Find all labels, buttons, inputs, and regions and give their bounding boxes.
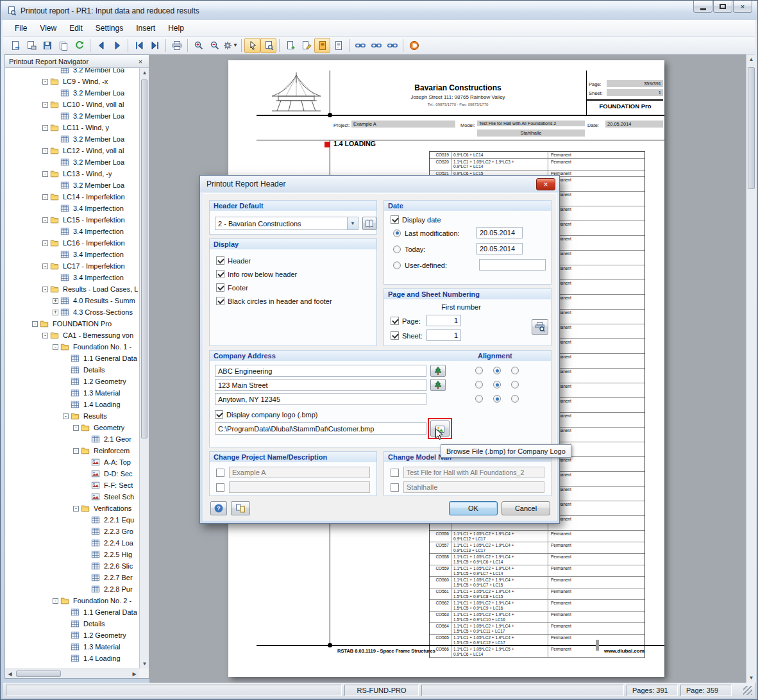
first-page-icon[interactable] xyxy=(131,38,147,53)
refresh-icon[interactable] xyxy=(71,38,87,53)
tree-item[interactable]: -LC17 - Imperfektion xyxy=(5,260,139,272)
company-street-field[interactable]: 123 Main Street xyxy=(215,379,426,391)
change-project-checkbox[interactable] xyxy=(216,468,224,478)
company-city-field[interactable]: Anytown, NY 12345 xyxy=(215,393,426,405)
tree-item[interactable]: 3.4 Imperfection xyxy=(5,226,139,237)
tree-item[interactable]: -LC15 - Imperfektion xyxy=(5,214,139,226)
resize-grip[interactable] xyxy=(743,686,752,695)
scroll-thumb[interactable] xyxy=(16,671,61,677)
collapse-icon[interactable]: - xyxy=(42,148,48,154)
menu-view[interactable]: View xyxy=(33,21,63,35)
tree-item[interactable]: 1.2 Geometry xyxy=(5,629,139,641)
save-report-icon[interactable] xyxy=(39,38,55,53)
display-logo-checkbox[interactable]: Display company logo (.bmp) xyxy=(215,410,317,419)
zoom-out-icon[interactable] xyxy=(206,38,223,53)
copy-report-icon[interactable] xyxy=(55,38,71,53)
checkbox-icon[interactable] xyxy=(216,270,224,278)
page-number-checkbox[interactable]: Page: xyxy=(391,316,421,326)
help-button[interactable]: ? xyxy=(210,501,227,515)
header-checkbox[interactable]: Header xyxy=(216,256,251,265)
align-left-radio[interactable] xyxy=(475,395,483,403)
minimize-button[interactable] xyxy=(693,1,712,13)
align-center-radio[interactable] xyxy=(493,395,501,403)
info-row-checkbox[interactable]: Info row below header xyxy=(216,269,297,279)
tree-item[interactable]: 2.2.7 Ber xyxy=(5,572,139,583)
last-modification-radio[interactable]: Last modification: xyxy=(393,228,460,238)
user-defined-date-field[interactable] xyxy=(479,259,546,271)
blank-page-icon[interactable] xyxy=(330,38,346,53)
today-radio[interactable]: Today: xyxy=(393,244,425,254)
menu-file[interactable]: File xyxy=(8,21,33,35)
today-date-field[interactable]: 20.05.2014 xyxy=(476,243,523,254)
find-in-page-icon[interactable] xyxy=(260,38,276,53)
tree-item[interactable]: +4.0 Results - Summ xyxy=(5,295,139,306)
tree-item[interactable]: -LC13 - Wind, -y xyxy=(5,168,139,179)
cancel-button[interactable]: Cancel xyxy=(501,501,550,515)
dlubal-help-icon[interactable] xyxy=(406,38,422,53)
tree-item[interactable]: -Foundation No. 2 - xyxy=(5,595,139,606)
chevron-down-icon[interactable]: ▼ xyxy=(347,217,358,229)
tree-item[interactable]: +4.3 Cross-Sections xyxy=(5,306,139,318)
tree-item[interactable]: 3.4 Imperfection xyxy=(5,249,139,260)
tree-item[interactable]: 1.3 Material xyxy=(5,641,139,653)
maximize-button[interactable] xyxy=(713,1,732,13)
tree-item[interactable]: A-A: Top xyxy=(5,456,139,468)
numbering-details-button[interactable] xyxy=(532,319,548,335)
tree-item[interactable]: -Reinforcem xyxy=(5,445,139,456)
tree-item[interactable]: Details xyxy=(5,364,139,376)
display-date-checkbox[interactable]: Display date xyxy=(391,215,441,224)
radio-icon[interactable] xyxy=(393,246,401,253)
tree-item[interactable]: -LC10 - Wind, voll al xyxy=(5,99,139,110)
checkbox-icon[interactable] xyxy=(216,297,224,305)
zoom-in-icon[interactable] xyxy=(190,38,206,53)
link-model-icon[interactable] xyxy=(352,38,368,53)
link-insert-icon[interactable] xyxy=(368,38,384,53)
last-modification-date-field[interactable]: 20.05.2014 xyxy=(476,227,523,238)
checkbox-icon[interactable] xyxy=(216,469,224,477)
company-name-field[interactable]: ABC Engineering xyxy=(215,365,426,377)
collapse-icon[interactable]: - xyxy=(42,79,48,85)
scroll-up-icon[interactable]: ▲ xyxy=(140,68,149,78)
chevron-down-icon[interactable]: ▼ xyxy=(233,42,238,48)
next-page-icon[interactable] xyxy=(109,38,125,53)
navigator-close-button[interactable]: × xyxy=(136,58,145,65)
user-defined-radio[interactable]: User-defined: xyxy=(393,260,447,270)
collapse-icon[interactable]: - xyxy=(73,506,79,512)
scroll-thumb[interactable] xyxy=(141,79,147,438)
sheet-number-checkbox[interactable]: Sheet: xyxy=(391,331,423,340)
tree-item[interactable]: 2.2.6 Slic xyxy=(5,560,139,572)
tree-item[interactable]: 1.4 Loading xyxy=(5,399,139,410)
menu-settings[interactable]: Settings xyxy=(89,21,130,35)
tree-item[interactable]: 3.4 Imperfection xyxy=(5,272,139,283)
change-model-checkbox[interactable] xyxy=(391,468,399,478)
menu-edit[interactable]: Edit xyxy=(63,21,89,35)
tree-item[interactable]: 2.2.3 Gro xyxy=(5,526,139,537)
checkbox-icon[interactable] xyxy=(216,483,224,492)
open-report-icon[interactable] xyxy=(23,38,39,53)
tree-item[interactable]: 2.2.8 Pur xyxy=(5,583,139,595)
address-library-button[interactable] xyxy=(430,365,446,377)
radio-icon[interactable] xyxy=(393,229,401,237)
tree-item[interactable]: -Verifications xyxy=(5,503,139,514)
align-right-radio[interactable] xyxy=(511,381,519,388)
collapse-icon[interactable]: - xyxy=(42,194,48,200)
tree-item[interactable]: 1.2 Geometry xyxy=(5,376,139,387)
tree-item[interactable]: D-D: Sec xyxy=(5,468,139,479)
title-bar[interactable]: Printout report - PR1: Input data and re… xyxy=(1,1,757,20)
scroll-left-icon[interactable]: ◀ xyxy=(5,669,15,679)
tree-item[interactable]: -Foundation No. 1 - xyxy=(5,341,139,353)
tree-item[interactable]: 2.2.4 Loa xyxy=(5,537,139,549)
tree-item[interactable]: -FOUNDATION Pro xyxy=(5,318,139,329)
tree-item[interactable]: 1.4 Loading xyxy=(5,653,139,664)
align-right-radio[interactable] xyxy=(511,367,519,374)
tree-item[interactable]: 3.2 Member Loa xyxy=(5,179,139,191)
collapse-icon[interactable]: - xyxy=(63,413,69,419)
tree-item[interactable]: Details xyxy=(5,618,139,629)
header-default-combobox[interactable]: 2 - Bavarian Constructions ▼ xyxy=(215,217,358,230)
checkbox-icon[interactable] xyxy=(391,469,399,477)
checkbox-icon[interactable] xyxy=(216,283,224,292)
expand-icon[interactable]: + xyxy=(53,310,58,315)
navigator-vertical-scrollbar[interactable]: ▲ ▼ xyxy=(139,68,149,669)
tree-item[interactable]: 3.2 Member Loa xyxy=(5,68,139,76)
tree-item[interactable]: -LC14 - Imperfektion xyxy=(5,191,139,203)
